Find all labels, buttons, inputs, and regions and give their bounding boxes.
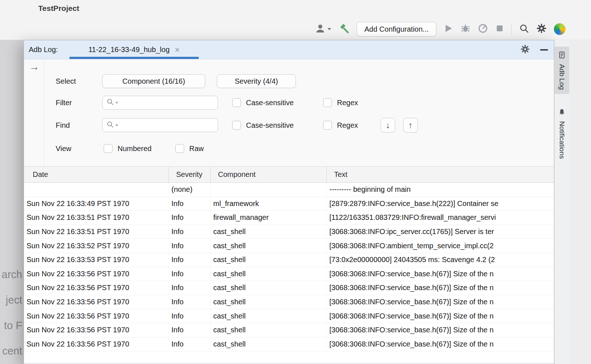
find-next-button[interactable]: ↓	[381, 118, 395, 132]
log-severity-cell: Info	[169, 211, 211, 225]
log-component-cell: cast_shell	[211, 253, 327, 267]
table-row[interactable]: Sun Nov 22 16:33:56 PST 1970 Info cast_s…	[24, 323, 554, 337]
tool-window-header-actions	[520, 40, 548, 59]
find-previous-button[interactable]: ↑	[403, 118, 418, 132]
view-raw-option[interactable]: Raw	[175, 142, 204, 155]
close-icon[interactable]: ×	[175, 46, 180, 54]
stripe-tab-adb-log[interactable]: Adb Log	[555, 47, 569, 94]
log-date-cell	[24, 183, 169, 197]
column-header-severity[interactable]: Severity	[169, 167, 211, 182]
add-configuration-button[interactable]: Add Configuration...	[357, 22, 436, 36]
log-document-icon	[558, 51, 566, 60]
log-component-cell: cast_shell	[211, 225, 327, 239]
table-row[interactable]: Sun Nov 22 16:33:56 PST 1970 Info cast_s…	[24, 267, 554, 281]
table-row[interactable]: Sun Nov 22 16:33:56 PST 1970 Info cast_s…	[24, 281, 554, 295]
background-hint: to F	[4, 320, 22, 332]
log-file-tab-label: 11-22_16-33-49_hub_log	[88, 46, 170, 54]
table-row[interactable]: Sun Nov 22 16:33:56 PST 1970 Info cast_s…	[24, 309, 554, 323]
log-text-cell: [3068:3068:INFO:service_base.h(67)] Size…	[327, 309, 554, 323]
minimize-icon[interactable]	[540, 49, 548, 51]
search-everywhere-button[interactable]	[519, 23, 529, 35]
filter-regex-label: Regex	[337, 99, 358, 107]
find-regex-checkbox[interactable]	[323, 121, 332, 130]
search-history-chevron-icon[interactable]	[115, 102, 118, 104]
user-icon	[315, 23, 326, 35]
settings-button[interactable]	[536, 23, 547, 35]
select-label: Select	[56, 74, 76, 88]
stop-icon	[495, 24, 504, 34]
main-toolbar: Add Configuration...	[315, 21, 566, 37]
log-text-cell: [1122/163351.083729:INFO:firewall_manage…	[327, 211, 554, 225]
find-case-sensitive-checkbox[interactable]	[232, 121, 241, 130]
ide-logo-icon[interactable]	[554, 23, 566, 35]
filter-input-wrap	[102, 96, 218, 110]
user-menu-button[interactable]	[315, 23, 331, 35]
find-label: Find	[56, 118, 70, 132]
filter-input[interactable]	[119, 96, 218, 109]
table-row[interactable]: Sun Nov 22 16:33:52 PST 1970 Info cast_s…	[24, 239, 554, 253]
tool-window-header: Adb Log: 11-22_16-33-49_hub_log ×	[24, 40, 554, 59]
view-raw-checkbox[interactable]	[175, 144, 184, 153]
log-table-header: Date Severity Component Text	[24, 167, 554, 183]
log-date-cell: Sun Nov 22 16:33:56 PST 1970	[24, 281, 169, 295]
log-component-cell: cast_shell	[211, 281, 327, 295]
filter-label: Filter	[56, 96, 72, 110]
log-date-cell: Sun Nov 22 16:33:51 PST 1970	[24, 225, 169, 239]
column-header-text[interactable]: Text	[327, 167, 554, 182]
search-history-chevron-icon[interactable]	[115, 124, 118, 126]
table-row[interactable]: Sun Nov 22 16:33:51 PST 1970 Info firewa…	[24, 211, 554, 225]
adb-log-tool-window: Adb Log: 11-22_16-33-49_hub_log × → Sele…	[24, 40, 554, 364]
collapse-arrow-icon[interactable]: →	[29, 61, 39, 73]
find-case-sensitive-option[interactable]: Case-sensitive	[232, 118, 294, 132]
log-text-cell: [3068:3068:INFO:service_base.h(67)] Size…	[327, 295, 554, 309]
log-severity-cell: Info	[169, 239, 211, 253]
column-header-date[interactable]: Date	[24, 167, 169, 182]
run-button[interactable]	[444, 24, 453, 35]
log-text-cell: [3068:3068:INFO:ipc_server.cc(1765)] Ser…	[327, 225, 554, 239]
view-numbered-option[interactable]: Numbered	[104, 142, 151, 155]
find-input[interactable]	[119, 119, 218, 132]
table-row[interactable]: Sun Nov 22 16:33:51 PST 1970 Info cast_s…	[24, 225, 554, 239]
table-row[interactable]: Sun Nov 22 16:33:56 PST 1970 Info cast_s…	[24, 337, 554, 352]
log-text-cell: [3068:3068:INFO:service_base.h(67)] Size…	[327, 323, 554, 337]
log-text-cell: [3068:3068:INFO:service_base.h(67)] Size…	[327, 267, 554, 281]
view-numbered-label: Numbered	[118, 145, 151, 153]
find-regex-option[interactable]: Regex	[323, 118, 358, 132]
log-controls-panel: → Select Component (16/16) Severity (4/4…	[24, 59, 554, 167]
table-row[interactable]: Sun Nov 22 16:33:49 PST 1970 Info ml_fra…	[24, 197, 554, 211]
log-severity-cell: Info	[169, 323, 211, 337]
background-hint: ject	[6, 294, 22, 306]
log-component-cell: cast_shell	[211, 309, 327, 323]
stop-button[interactable]	[495, 24, 504, 34]
table-row[interactable]: Sun Nov 22 16:33:56 PST 1970 Info cast_s…	[24, 295, 554, 309]
filter-regex-checkbox[interactable]	[323, 98, 332, 107]
log-file-tab[interactable]: 11-22_16-33-49_hub_log ×	[70, 40, 199, 59]
debug-button[interactable]	[460, 23, 471, 35]
log-component-cell: cast_shell	[211, 295, 327, 309]
filter-regex-option[interactable]: Regex	[323, 96, 358, 110]
search-icon	[519, 23, 529, 35]
log-date-cell: Sun Nov 22 16:33:52 PST 1970	[24, 239, 169, 253]
build-button[interactable]	[338, 23, 349, 35]
log-component-cell: ml_framework	[211, 197, 327, 211]
severity-filter-button[interactable]: Severity (4/4)	[217, 74, 296, 88]
selected-tab-underline	[70, 57, 199, 59]
profile-button[interactable]	[478, 23, 488, 35]
column-header-component[interactable]: Component	[211, 167, 327, 182]
view-numbered-checkbox[interactable]	[104, 144, 112, 153]
filter-case-sensitive-option[interactable]: Case-sensitive	[232, 96, 294, 110]
find-regex-label: Regex	[337, 121, 358, 130]
table-row[interactable]: Sun Nov 22 16:33:53 PST 1970 Info cast_s…	[24, 253, 554, 267]
log-component-cell: cast_shell	[211, 337, 327, 351]
table-row[interactable]: (none) --------- beginning of main	[24, 183, 554, 197]
log-table-body: (none) --------- beginning of main Sun N…	[24, 183, 554, 364]
background-window-strip: arch ject to F cent vigat	[0, 40, 24, 364]
filter-case-sensitive-checkbox[interactable]	[232, 98, 241, 107]
stripe-tab-notifications[interactable]: Notifications	[555, 104, 569, 169]
search-icon	[106, 120, 114, 130]
bug-icon	[460, 23, 471, 35]
log-date-cell: Sun Nov 22 16:33:53 PST 1970	[24, 253, 169, 267]
gear-icon	[536, 23, 547, 35]
tool-window-settings-button[interactable]	[520, 44, 530, 55]
component-filter-button[interactable]: Component (16/16)	[102, 74, 205, 88]
